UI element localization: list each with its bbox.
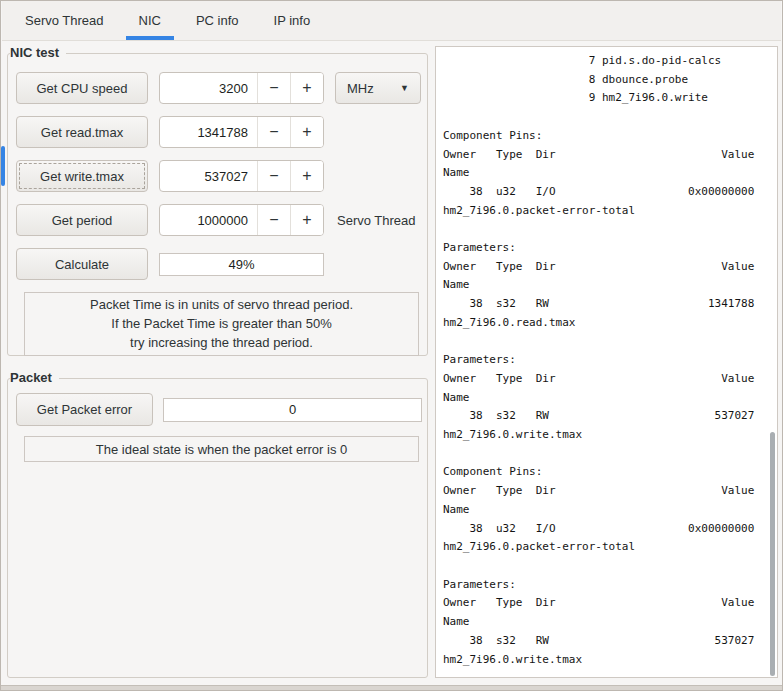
app-window: Servo Thread NIC PC info IP info NIC tes… [0,0,783,691]
packet-time-note: Packet Time is in units of servo thread … [24,292,419,356]
increment-icon[interactable]: + [290,205,323,235]
window-bottom-edge [1,685,782,691]
tab-nic[interactable]: NIC [126,1,174,40]
packet-error-value-field[interactable]: 0 [163,398,422,422]
nic-test-frame-title: NIC test [10,45,66,60]
get-packet-error-button[interactable]: Get Packet error [16,393,153,426]
mhz-unit-value: MHz [347,81,374,96]
packet-frame: Packet Get Packet error 0 The ideal stat… [7,378,428,678]
nic-test-frame: NIC test Get CPU speed 3200 − + MHz ▼ Ge… [7,53,428,356]
cpu-speed-row: Get CPU speed 3200 − + MHz ▼ [16,72,427,104]
servo-thread-label: Servo Thread [337,213,416,228]
increment-icon[interactable]: + [290,73,323,103]
decrement-icon[interactable]: − [257,117,290,147]
get-write-tmax-button[interactable]: Get write.tmax [16,160,148,192]
hal-output-panel[interactable]: 7 pid.s.do-pid-calcs 8 dbounce.probe 9 h… [435,46,778,678]
calculate-button[interactable]: Calculate [16,248,148,280]
decrement-icon[interactable]: − [257,161,290,191]
get-cpu-speed-button[interactable]: Get CPU speed [16,72,148,104]
window-vertical-scrollbar-thumb[interactable] [1,146,5,186]
packet-time-progressbar: 49% [159,253,324,276]
tab-bar: Servo Thread NIC PC info IP info [2,1,781,41]
tab-ip-info[interactable]: IP info [261,1,324,40]
increment-icon[interactable]: + [290,117,323,147]
period-row: Get period 1000000 − + Servo Thread [16,204,427,236]
get-read-tmax-button[interactable]: Get read.tmax [16,116,148,148]
read-tmax-value[interactable]: 1341788 [160,117,257,147]
write-tmax-spinbox: 537027 − + [159,160,324,192]
output-scrollbar-thumb[interactable] [770,432,775,676]
cpu-speed-spinbox: 3200 − + [159,72,324,104]
decrement-icon[interactable]: − [257,205,290,235]
calculate-row: Calculate 49% [16,248,427,280]
period-spinbox: 1000000 − + [159,204,324,236]
read-tmax-row: Get read.tmax 1341788 − + [16,116,427,148]
decrement-icon[interactable]: − [257,73,290,103]
write-tmax-row: Get write.tmax 537027 − + [16,160,427,192]
tab-servo-thread[interactable]: Servo Thread [12,1,117,40]
mhz-unit-dropdown[interactable]: MHz ▼ [335,72,421,104]
increment-icon[interactable]: + [290,161,323,191]
get-period-button[interactable]: Get period [16,204,148,236]
period-value[interactable]: 1000000 [160,205,257,235]
read-tmax-spinbox: 1341788 − + [159,116,324,148]
tab-pc-info[interactable]: PC info [183,1,252,40]
packet-error-row: Get Packet error 0 [16,393,427,426]
packet-error-note-text: The ideal state is when the packet error… [96,442,347,457]
packet-error-note: The ideal state is when the packet error… [24,436,419,462]
hal-output-text: 7 pid.s.do-pid-calcs 8 dbounce.probe 9 h… [436,47,777,669]
cpu-speed-value[interactable]: 3200 [160,73,257,103]
write-tmax-value[interactable]: 537027 [160,161,257,191]
chevron-down-icon: ▼ [400,83,409,93]
packet-frame-title: Packet [10,370,59,385]
